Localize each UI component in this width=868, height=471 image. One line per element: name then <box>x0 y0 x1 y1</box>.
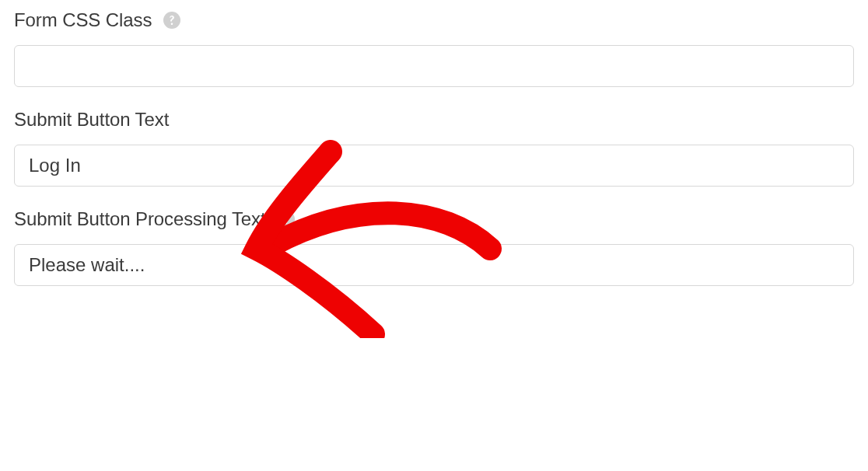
submit-button-processing-text-group: Submit Button Processing Text <box>14 208 854 286</box>
submit-button-processing-text-label: Submit Button Processing Text <box>14 208 266 230</box>
label-row: Form CSS Class <box>14 9 854 31</box>
help-icon[interactable] <box>163 11 181 30</box>
submit-button-text-group: Submit Button Text <box>14 109 854 187</box>
form-css-class-group: Form CSS Class <box>14 9 854 87</box>
help-icon[interactable] <box>277 210 296 229</box>
submit-button-text-label: Submit Button Text <box>14 109 169 131</box>
submit-button-text-input[interactable] <box>14 145 854 187</box>
submit-button-processing-text-input[interactable] <box>14 244 854 286</box>
form-css-class-input[interactable] <box>14 45 854 87</box>
label-row: Submit Button Processing Text <box>14 208 854 230</box>
label-row: Submit Button Text <box>14 109 854 131</box>
form-css-class-label: Form CSS Class <box>14 9 152 31</box>
